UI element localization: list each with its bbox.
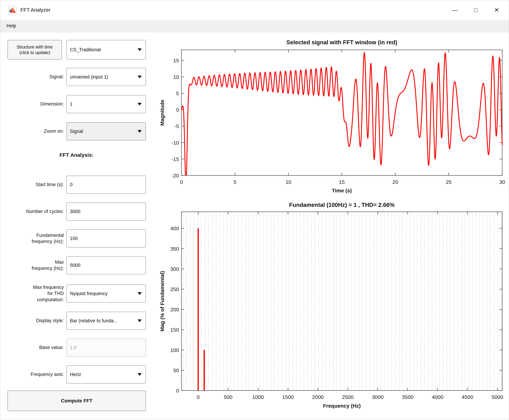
svg-text:5: 5	[233, 179, 236, 185]
svg-text:1500: 1500	[282, 394, 294, 400]
minimize-icon[interactable]: —	[444, 0, 465, 20]
thd-max-frequency-select-value: Nyquist frequency	[70, 291, 108, 296]
svg-text:15: 15	[339, 179, 345, 185]
base-value-label: Base value:	[5, 338, 64, 357]
chevron-down-icon	[138, 373, 142, 376]
zoom-on-label: Zoom on:	[5, 122, 64, 140]
window-controls: — □ ✕	[444, 0, 507, 20]
number-of-cycles-label: Number of cycles:	[5, 202, 64, 221]
svg-text:0: 0	[176, 107, 179, 113]
svg-text:20: 20	[392, 179, 398, 185]
fft-chart[interactable]: 0500100015002000250030003500400045005000…	[157, 197, 506, 420]
svg-text:150: 150	[170, 327, 179, 333]
chevron-down-icon	[138, 103, 142, 105]
thd-max-frequency-select[interactable]: Nyquist frequency	[66, 285, 146, 303]
fft-chart-title: Fundamental (100Hz) = 1 , THD= 2.66%	[289, 202, 394, 208]
max-frequency-input[interactable]	[66, 256, 146, 274]
compute-fft-button[interactable]: Compute FFT	[7, 390, 146, 411]
signal-chart-xlabel: Time (s)	[332, 188, 352, 194]
chevron-down-icon	[138, 320, 142, 322]
signal-chart-axes: 051015202530-20-15-10-5051015	[171, 50, 505, 185]
frequency-axis-select-value: Hertz	[70, 372, 81, 377]
base-value-input	[66, 338, 146, 357]
chevron-down-icon	[138, 48, 142, 51]
svg-text:250: 250	[170, 286, 179, 292]
svg-text:2500: 2500	[342, 394, 354, 400]
svg-text:-15: -15	[171, 156, 179, 162]
fft-chart-ylabel: Mag (% of Fundamental)	[159, 271, 165, 331]
signal-chart-plot-area	[181, 50, 502, 175]
structure-select[interactable]: CS_Traditional	[66, 40, 146, 60]
fft-chart-xlabel: Frequency (Hz)	[323, 403, 361, 409]
svg-text:300: 300	[170, 266, 179, 272]
svg-text:4000: 4000	[432, 394, 443, 400]
svg-text:3000: 3000	[372, 394, 384, 400]
svg-text:0: 0	[180, 179, 183, 185]
frequency-axis-label: Frequency axis:	[5, 365, 64, 383]
window-title: FFT Analyzer	[20, 0, 50, 20]
chevron-down-icon	[138, 76, 142, 78]
display-style-label: Display style:	[5, 312, 64, 330]
start-time-input[interactable]	[66, 176, 146, 194]
chevron-down-icon	[138, 130, 142, 133]
svg-text:0: 0	[197, 394, 200, 400]
fft-analyzer-window: FFT Analyzer — □ ✕ Help Structure with t…	[0, 0, 509, 420]
chevron-down-icon	[138, 292, 142, 295]
svg-text:400: 400	[170, 225, 179, 231]
signal-label: Signal:	[5, 68, 64, 86]
svg-text:2000: 2000	[312, 394, 324, 400]
fundamental-frequency-input[interactable]	[66, 229, 146, 248]
svg-text:25: 25	[446, 179, 452, 185]
number-of-cycles-input[interactable]	[66, 202, 146, 221]
svg-text:4500: 4500	[462, 394, 473, 400]
svg-text:200: 200	[170, 307, 179, 312]
signal-select-value: unnamed (input 1)	[70, 74, 108, 80]
frequency-axis-select[interactable]: Hertz	[66, 365, 146, 383]
svg-text:-20: -20	[171, 173, 179, 179]
zoom-on-select-value: Signal	[70, 129, 83, 134]
svg-text:50: 50	[173, 368, 179, 373]
svg-text:-10: -10	[171, 140, 179, 146]
svg-text:-5: -5	[174, 123, 179, 129]
display-style-select-value: Bar (relative to funda...	[70, 318, 118, 323]
start-time-label: Start time (s):	[5, 176, 64, 194]
svg-text:100: 100	[170, 347, 179, 353]
display-style-select[interactable]: Bar (relative to funda...	[66, 312, 146, 330]
menu-bar: Help	[0, 20, 509, 32]
dimension-label: Dimension:	[5, 95, 64, 113]
svg-text:10: 10	[286, 179, 291, 185]
matlab-app-icon	[8, 6, 16, 14]
svg-text:3500: 3500	[402, 394, 413, 400]
fft-analysis-heading: FFT Analysis:	[7, 150, 146, 161]
svg-text:5000: 5000	[492, 394, 503, 400]
svg-text:10: 10	[173, 74, 179, 80]
signal-select[interactable]: unnamed (input 1)	[66, 68, 146, 86]
dimension-select[interactable]: 1	[66, 95, 146, 113]
svg-text:15: 15	[173, 58, 179, 63]
maximize-icon[interactable]: □	[465, 0, 486, 20]
menu-help[interactable]: Help	[3, 20, 19, 32]
svg-text:0: 0	[176, 388, 179, 393]
zoom-on-select[interactable]: Signal	[66, 122, 146, 140]
svg-text:350: 350	[170, 246, 179, 252]
max-frequency-label: Max frequency (Hz):	[5, 256, 64, 274]
svg-text:5: 5	[176, 90, 179, 96]
fft-chart-axes: 0500100015002000250030003500400045005000…	[170, 212, 503, 400]
svg-text:30: 30	[499, 179, 505, 185]
structure-select-value: CS_Traditional	[70, 47, 101, 52]
signal-chart-ylabel: Magnitude	[159, 100, 165, 126]
signal-chart-title: Selected signal with FFT window (in red)	[286, 39, 397, 45]
svg-text:500: 500	[224, 394, 233, 400]
svg-text:1000: 1000	[252, 394, 264, 400]
title-bar: FFT Analyzer — □ ✕	[0, 0, 509, 20]
structure-with-time-button[interactable]: Structure with time (click to update)	[7, 40, 62, 60]
fundamental-frequency-label: Fundamental frequency (Hz):	[5, 229, 64, 248]
close-icon[interactable]: ✕	[486, 0, 507, 20]
thd-max-frequency-label: Max frequency for THD computation:	[5, 281, 64, 306]
signal-chart[interactable]: 051015202530-20-15-10-5051015 Selected s…	[157, 34, 506, 194]
dimension-select-value: 1	[70, 102, 73, 107]
